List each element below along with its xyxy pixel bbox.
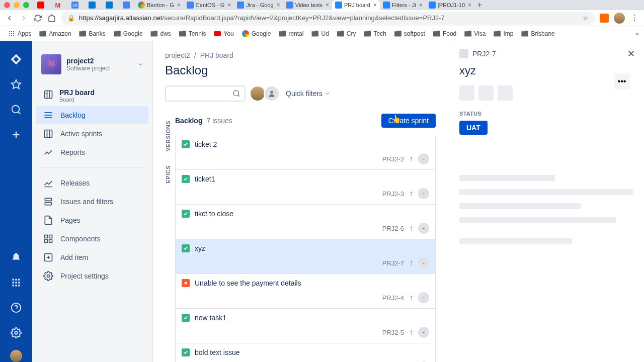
address-bar[interactable]: 🔒 https://sagarjira.atlassian.net/secure…: [61, 12, 595, 25]
close-tab-icon[interactable]: ×: [326, 2, 329, 9]
bookmark-star-icon[interactable]: ☆: [583, 14, 589, 22]
pinned-tab[interactable]: M: [49, 0, 66, 10]
settings-gear-icon[interactable]: [8, 325, 24, 341]
app-switcher-icon[interactable]: [8, 275, 24, 291]
close-tab-icon[interactable]: ×: [177, 2, 181, 9]
apps-button[interactable]: Apps: [5, 29, 34, 39]
bookmark-folder[interactable]: Brisbane: [518, 29, 557, 39]
sidebar-item-reports[interactable]: Reports: [36, 143, 148, 161]
sidebar-item-components[interactable]: Components: [36, 230, 148, 248]
close-tab-icon[interactable]: ×: [419, 2, 423, 9]
minimize-window-button[interactable]: [14, 2, 20, 8]
quick-filters-dropdown[interactable]: Quick filters: [286, 89, 331, 98]
bookmark-folder[interactable]: Cry: [334, 29, 359, 39]
bookmark-folder[interactable]: Google: [111, 29, 146, 39]
browser-tab[interactable]: Video texts×: [283, 0, 332, 10]
bookmark-folder[interactable]: Banks: [76, 29, 108, 39]
bookmarks-overflow-button[interactable]: »: [635, 30, 639, 37]
bookmark-folder[interactable]: Ud: [308, 29, 332, 39]
profile-avatar[interactable]: [10, 350, 22, 362]
create-icon[interactable]: [8, 127, 24, 143]
sidebar-item-project-settings[interactable]: Project settings: [36, 267, 148, 285]
search-icon[interactable]: [8, 102, 24, 118]
assignee-pill[interactable]: -: [418, 223, 429, 234]
bookmark-folder[interactable]: softpost: [391, 29, 428, 39]
project-header[interactable]: 👾 project2 Software project: [36, 51, 148, 77]
close-panel-button[interactable]: ✕: [627, 48, 635, 59]
bookmark-folder[interactable]: Food: [430, 29, 459, 39]
star-icon[interactable]: [8, 76, 24, 93]
assignee-pill[interactable]: -: [418, 153, 429, 164]
browser-tab-active[interactable]: PRJ board×: [332, 0, 380, 10]
action-placeholder[interactable]: [498, 85, 513, 101]
maximize-window-button[interactable]: [23, 2, 29, 8]
notification-icon[interactable]: [8, 249, 24, 265]
action-placeholder[interactable]: [459, 85, 474, 101]
assignee-pill[interactable]: -: [418, 292, 429, 303]
epics-tab[interactable]: EPICS: [165, 165, 171, 184]
detail-issue-title[interactable]: xyz: [459, 64, 633, 77]
breadcrumb-project-link[interactable]: project2: [165, 51, 190, 59]
close-tab-icon[interactable]: ×: [227, 2, 231, 9]
versions-tab[interactable]: VERSIONS: [165, 121, 171, 151]
bookmark-folder[interactable]: Tech: [361, 29, 389, 39]
close-tab-icon[interactable]: ×: [373, 2, 377, 9]
sidebar-item-pages[interactable]: Pages: [36, 211, 148, 229]
pinned-tab[interactable]: [101, 0, 118, 10]
avatar-unassigned[interactable]: [264, 85, 280, 102]
browser-tab[interactable]: Bardon - G×: [135, 0, 184, 10]
pinned-tab[interactable]: [118, 0, 135, 10]
bookmark-link[interactable]: Google: [239, 29, 274, 39]
issue-type-icon[interactable]: [459, 49, 468, 58]
bookmark-folder[interactable]: Amazon: [36, 29, 74, 39]
browser-tab[interactable]: Jira - Goog×: [234, 0, 283, 10]
sidebar-item-add-item[interactable]: Add item: [36, 248, 148, 266]
browser-tab[interactable]: CentOS - G×: [184, 0, 234, 10]
forward-button[interactable]: [19, 14, 28, 23]
issue-row[interactable]: bold text issuePRJ2-8↑-: [176, 343, 435, 362]
issue-row[interactable]: tikct to closePRJ2-6↑-: [176, 205, 435, 239]
action-placeholder[interactable]: [478, 85, 494, 101]
sidebar-item-releases[interactable]: Releases: [36, 174, 148, 192]
chevron-down-icon[interactable]: [137, 61, 143, 67]
search-input[interactable]: [165, 85, 246, 102]
bookmark-folder[interactable]: Imp: [491, 29, 516, 39]
board-selector[interactable]: PRJ board Board: [36, 85, 148, 106]
browser-tab[interactable]: Filters - Ji×: [380, 0, 426, 10]
issue-row[interactable]: new task1PRJ2-5↑-: [176, 309, 435, 343]
assignee-pill[interactable]: -: [418, 327, 429, 338]
pinned-tab[interactable]: [32, 0, 49, 10]
issue-row[interactable]: ticket1PRJ2-3↑-: [176, 170, 435, 205]
home-button[interactable]: [47, 14, 56, 23]
issue-row[interactable]: xyzPRJ2-7↑-: [176, 239, 435, 274]
new-tab-button[interactable]: +: [474, 1, 485, 10]
breadcrumb-board-link[interactable]: PRJ board: [200, 51, 233, 59]
extension-icon[interactable]: [600, 14, 609, 23]
browser-profile-button[interactable]: [614, 13, 625, 24]
sidebar-item-issues-filters[interactable]: Issues and filters: [36, 193, 148, 211]
issue-row[interactable]: Unable to see the payment detailsPRJ2-4↑…: [176, 274, 435, 309]
pinned-tab[interactable]: 19: [66, 0, 84, 10]
bookmark-folder[interactable]: Visa: [461, 29, 489, 39]
bookmark-folder[interactable]: dws: [147, 29, 174, 39]
sidebar-item-active-sprints[interactable]: Active sprints: [36, 125, 148, 143]
browser-tab[interactable]: [PROJ1-10×: [426, 0, 474, 10]
jira-logo-button[interactable]: [8, 51, 24, 67]
assignee-pill[interactable]: -: [418, 188, 429, 199]
issue-row[interactable]: ticket 2PRJ2-2↑-: [176, 135, 435, 170]
sidebar-item-backlog[interactable]: Backlog: [36, 106, 148, 124]
close-window-button[interactable]: [4, 2, 10, 8]
bookmark-link[interactable]: You: [211, 29, 236, 39]
bookmark-folder[interactable]: Tennis: [176, 29, 209, 39]
reload-button[interactable]: [33, 14, 42, 23]
back-button[interactable]: [5, 14, 14, 23]
bookmark-folder[interactable]: rental: [276, 29, 306, 39]
browser-menu-button[interactable]: ⋮: [630, 14, 639, 23]
assignee-pill[interactable]: -: [418, 257, 429, 268]
pinned-tab[interactable]: [84, 0, 101, 10]
help-icon[interactable]: [8, 300, 24, 316]
close-tab-icon[interactable]: ×: [468, 2, 471, 9]
detail-issue-key[interactable]: PRJ2-7: [472, 50, 496, 58]
chevron-down-icon[interactable]: [43, 90, 49, 97]
create-sprint-button[interactable]: Create sprint: [381, 114, 436, 128]
